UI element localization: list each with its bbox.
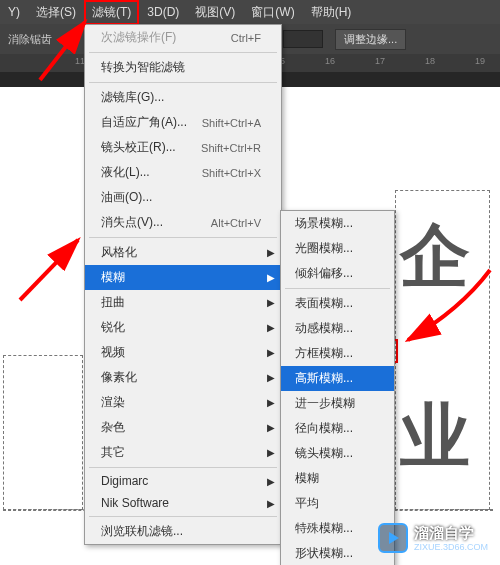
selection-marquee [395, 190, 490, 510]
submenu-surface-blur[interactable]: 表面模糊... [281, 291, 394, 316]
chevron-right-icon: ▶ [267, 422, 275, 433]
menu-distort[interactable]: 扭曲▶ [85, 290, 281, 315]
shortcut: Ctrl+F [231, 32, 261, 44]
menu-item-label: 次滤镜操作(F) [101, 29, 176, 46]
menu-oil-paint[interactable]: 油画(O)... [85, 185, 281, 210]
shortcut: Alt+Ctrl+V [211, 217, 261, 229]
chevron-right-icon: ▶ [267, 272, 275, 283]
filter-menu: 次滤镜操作(F) Ctrl+F 转换为智能滤镜 滤镜库(G)... 自适应广角(… [84, 24, 282, 545]
watermark-text: 溜溜自学 [414, 524, 474, 541]
menubar: Y) 选择(S) 滤镜(T) 3D(D) 视图(V) 窗口(W) 帮助(H) [0, 0, 500, 24]
menu-convert-smart[interactable]: 转换为智能滤镜 [85, 55, 281, 80]
submenu-box-blur[interactable]: 方框模糊... [281, 341, 394, 366]
menu-item-label: 锐化 [101, 319, 125, 336]
menu-window[interactable]: 窗口(W) [243, 0, 302, 25]
shortcut: Shift+Ctrl+R [201, 142, 261, 154]
shortcut: Shift+Ctrl+X [202, 167, 261, 179]
chevron-right-icon: ▶ [267, 476, 275, 487]
menu-digimarc[interactable]: Digimarc▶ [85, 470, 281, 492]
menu-browse-online[interactable]: 浏览联机滤镜... [85, 519, 281, 544]
menu-3d[interactable]: 3D(D) [139, 1, 187, 23]
menu-other[interactable]: 其它▶ [85, 440, 281, 465]
menu-liquify[interactable]: 液化(L)...Shift+Ctrl+X [85, 160, 281, 185]
separator [89, 82, 277, 83]
menu-item-label: Digimarc [101, 474, 148, 488]
chevron-right-icon: ▶ [267, 397, 275, 408]
submenu-field-blur[interactable]: 场景模糊... [281, 211, 394, 236]
menu-noise[interactable]: 杂色▶ [85, 415, 281, 440]
menu-item-label: 扭曲 [101, 294, 125, 311]
menu-item-label: 杂色 [101, 419, 125, 436]
menu-filter[interactable]: 滤镜(T) [84, 0, 139, 25]
chevron-right-icon: ▶ [267, 347, 275, 358]
submenu-iris-blur[interactable]: 光圈模糊... [281, 236, 394, 261]
ruler-mark: 16 [325, 56, 335, 66]
chevron-right-icon: ▶ [267, 498, 275, 509]
menu-nik[interactable]: Nik Software▶ [85, 492, 281, 514]
canvas-text: 业 [400, 390, 470, 484]
ruler-mark: 18 [425, 56, 435, 66]
menu-render[interactable]: 渲染▶ [85, 390, 281, 415]
menu-last-filter[interactable]: 次滤镜操作(F) Ctrl+F [85, 25, 281, 50]
menu-item-label: 镜头校正(R)... [101, 139, 176, 156]
antialias-label: 消除锯齿 [8, 32, 52, 47]
menu-item-label: 油画(O)... [101, 189, 152, 206]
submenu-average[interactable]: 平均 [281, 491, 394, 516]
chevron-right-icon: ▶ [267, 247, 275, 258]
menu-item-label: 模糊 [101, 269, 125, 286]
height-input[interactable] [283, 30, 323, 48]
ruler-mark: 19 [475, 56, 485, 66]
ruler-mark: 17 [375, 56, 385, 66]
separator [89, 237, 277, 238]
menu-y[interactable]: Y) [0, 1, 28, 23]
submenu-lens-blur[interactable]: 镜头模糊... [281, 441, 394, 466]
separator [89, 516, 277, 517]
selection-marquee [3, 355, 83, 510]
play-icon [378, 523, 408, 553]
menu-sharpen[interactable]: 锐化▶ [85, 315, 281, 340]
menu-item-label: 液化(L)... [101, 164, 150, 181]
menu-help[interactable]: 帮助(H) [303, 0, 360, 25]
menu-item-label: 滤镜库(G)... [101, 89, 164, 106]
menu-item-label: 浏览联机滤镜... [101, 523, 183, 540]
menu-video[interactable]: 视频▶ [85, 340, 281, 365]
menu-view[interactable]: 视图(V) [187, 0, 243, 25]
submenu-blur-more[interactable]: 进一步模糊 [281, 391, 394, 416]
adjust-edge-button[interactable]: 调整边缘... [335, 29, 406, 50]
menu-item-label: 转换为智能滤镜 [101, 59, 185, 76]
menu-pixelate[interactable]: 像素化▶ [85, 365, 281, 390]
canvas-text: 企 [400, 210, 470, 304]
menu-lens-correction[interactable]: 镜头校正(R)...Shift+Ctrl+R [85, 135, 281, 160]
separator [285, 288, 390, 289]
separator [89, 467, 277, 468]
menu-item-label: 自适应广角(A)... [101, 114, 187, 131]
menu-item-label: 渲染 [101, 394, 125, 411]
separator [89, 52, 277, 53]
menu-adaptive-wide[interactable]: 自适应广角(A)...Shift+Ctrl+A [85, 110, 281, 135]
menu-item-label: 其它 [101, 444, 125, 461]
submenu-blur[interactable]: 模糊 [281, 466, 394, 491]
svg-line-1 [20, 240, 78, 300]
submenu-motion-blur[interactable]: 动感模糊... [281, 316, 394, 341]
watermark: 溜溜自学 ZIXUE.3D66.COM [378, 523, 488, 553]
chevron-right-icon: ▶ [267, 297, 275, 308]
watermark-sub: ZIXUE.3D66.COM [414, 543, 488, 552]
menu-item-label: Nik Software [101, 496, 169, 510]
menu-item-label: 风格化 [101, 244, 137, 261]
menu-item-label: 消失点(V)... [101, 214, 163, 231]
menu-item-label: 视频 [101, 344, 125, 361]
menu-blur[interactable]: 模糊▶ [85, 265, 281, 290]
chevron-right-icon: ▶ [267, 447, 275, 458]
submenu-radial-blur[interactable]: 径向模糊... [281, 416, 394, 441]
shortcut: Shift+Ctrl+A [202, 117, 261, 129]
chevron-right-icon: ▶ [267, 322, 275, 333]
menu-item-label: 像素化 [101, 369, 137, 386]
blur-submenu: 场景模糊... 光圈模糊... 倾斜偏移... 表面模糊... 动感模糊... … [280, 210, 395, 565]
submenu-tilt-shift[interactable]: 倾斜偏移... [281, 261, 394, 286]
menu-stylize[interactable]: 风格化▶ [85, 240, 281, 265]
chevron-right-icon: ▶ [267, 372, 275, 383]
submenu-gaussian-blur[interactable]: 高斯模糊... [281, 366, 394, 391]
menu-filter-gallery[interactable]: 滤镜库(G)... [85, 85, 281, 110]
menu-select[interactable]: 选择(S) [28, 0, 84, 25]
menu-vanishing[interactable]: 消失点(V)...Alt+Ctrl+V [85, 210, 281, 235]
